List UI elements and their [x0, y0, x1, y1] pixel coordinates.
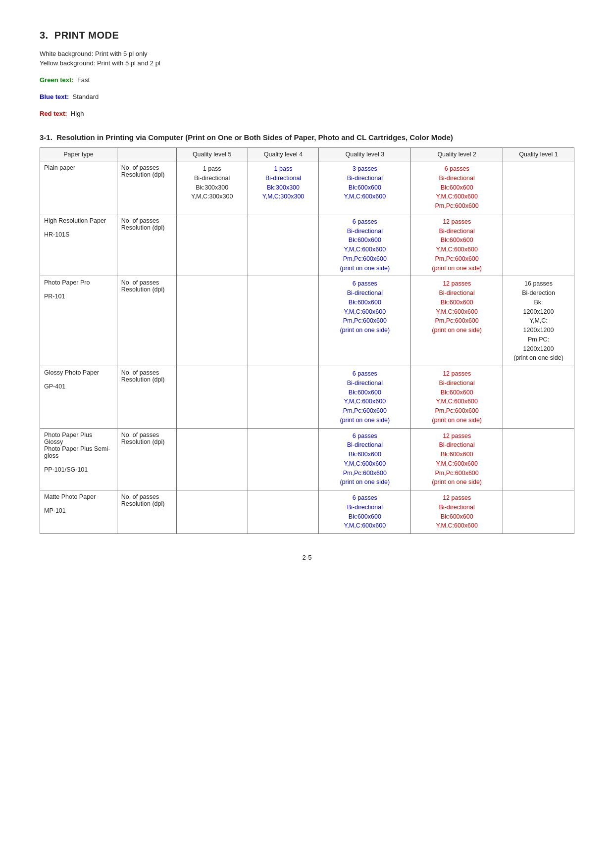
blue-label: Blue text:	[40, 93, 69, 100]
attr-cell: No. of passesResolution (dpi)	[117, 428, 176, 490]
attr-cell: No. of passesResolution (dpi)	[117, 214, 176, 276]
paper-type-cell: Plain paper	[40, 161, 117, 214]
legend-green: Green text: Fast	[40, 76, 574, 84]
legend-yellow-bg: Yellow background: Print with 5 pl and 2…	[40, 59, 574, 67]
table-cell: 3 passes Bi-directional Bk:600x600 Y,M,C…	[319, 161, 411, 214]
legend-section: White background: Print with 5 pl only Y…	[40, 50, 574, 117]
table-cell	[176, 428, 248, 490]
section-title: 3. PRINT MODE	[40, 30, 574, 41]
header-q5: Quality level 5	[176, 148, 248, 161]
table-row: Photo Paper Plus Glossy Photo Paper Plus…	[40, 428, 574, 490]
table-cell: 6 passes Bi-directional Bk:600x600 Y,M,C…	[319, 366, 411, 429]
table-cell	[503, 214, 574, 276]
table-cell: 12 passes Bi-directional Bk:600x600 Y,M,…	[411, 276, 503, 366]
header-q1: Quality level 1	[503, 148, 574, 161]
table-cell	[176, 276, 248, 366]
table-cell: 1 pass Bi-directional Bk:300x300 Y,M,C:3…	[248, 161, 319, 214]
header-q4: Quality level 4	[248, 148, 319, 161]
legend-white-bg: White background: Print with 5 pl only	[40, 50, 574, 57]
table-row: Matte Photo Paper MP-101No. of passesRes…	[40, 490, 574, 534]
legend-blue: Blue text: Standard	[40, 93, 574, 100]
header-paper-type: Paper type	[40, 148, 117, 161]
paper-type-cell: Photo Paper Pro PR-101	[40, 276, 117, 366]
table-cell	[248, 276, 319, 366]
table-row: Glossy Photo Paper GP-401No. of passesRe…	[40, 366, 574, 429]
table-cell	[503, 161, 574, 214]
table-cell	[503, 366, 574, 429]
attr-cell: No. of passesResolution (dpi)	[117, 366, 176, 429]
attr-cell: No. of passesResolution (dpi)	[117, 490, 176, 534]
table-cell: 6 passes Bi-directional Bk:600x600 Y,M,C…	[319, 428, 411, 490]
table-cell: 12 passes Bi-directional Bk:600x600 Y,M,…	[411, 490, 503, 534]
subsection-title: 3-1. Resolution in Printing via Computer…	[40, 132, 574, 143]
table-cell: 16 passes Bi-derection Bk: 1200x1200 Y,M…	[503, 276, 574, 366]
table-cell: 12 passes Bi-directional Bk:600x600 Y,M,…	[411, 428, 503, 490]
table-cell	[248, 366, 319, 429]
table-row: Photo Paper Pro PR-101No. of passesResol…	[40, 276, 574, 366]
legend-red: Red text: High	[40, 110, 574, 117]
red-label: Red text:	[40, 110, 67, 117]
table-row: Plain paperNo. of passesResolution (dpi)…	[40, 161, 574, 214]
paper-type-cell: Glossy Photo Paper GP-401	[40, 366, 117, 429]
table-cell	[176, 214, 248, 276]
table-cell	[248, 214, 319, 276]
table-cell	[248, 428, 319, 490]
page-number: 2-5	[40, 554, 574, 561]
table-cell	[503, 428, 574, 490]
table-cell	[503, 490, 574, 534]
table-cell	[176, 366, 248, 429]
table-cell: 12 passes Bi-directional Bk:600x600 Y,M,…	[411, 214, 503, 276]
paper-type-cell: Matte Photo Paper MP-101	[40, 490, 117, 534]
table-row: High Resolution Paper HR-101SNo. of pass…	[40, 214, 574, 276]
table-cell: 1 pass Bi-directional Bk:300x300 Y,M,C:3…	[176, 161, 248, 214]
table-cell: 6 passes Bi-directional Bk:600x600 Y,M,C…	[319, 214, 411, 276]
table-cell	[176, 490, 248, 534]
header-q2: Quality level 2	[411, 148, 503, 161]
header-attr	[117, 148, 176, 161]
attr-cell: No. of passesResolution (dpi)	[117, 276, 176, 366]
table-cell: 6 passes Bi-directional Bk:600x600 Y,M,C…	[411, 161, 503, 214]
paper-type-cell: Photo Paper Plus Glossy Photo Paper Plus…	[40, 428, 117, 490]
table-cell: 12 passes Bi-directional Bk:600x600 Y,M,…	[411, 366, 503, 429]
paper-type-cell: High Resolution Paper HR-101S	[40, 214, 117, 276]
table-cell: 6 passes Bi-directional Bk:600x600 Y,M,C…	[319, 276, 411, 366]
green-label: Green text:	[40, 76, 74, 84]
table-cell: 6 passes Bi-directional Bk:600x600 Y,M,C…	[319, 490, 411, 534]
attr-cell: No. of passesResolution (dpi)	[117, 161, 176, 214]
resolution-table: Paper type Quality level 5 Quality level…	[40, 147, 574, 534]
header-q3: Quality level 3	[319, 148, 411, 161]
table-cell	[248, 490, 319, 534]
